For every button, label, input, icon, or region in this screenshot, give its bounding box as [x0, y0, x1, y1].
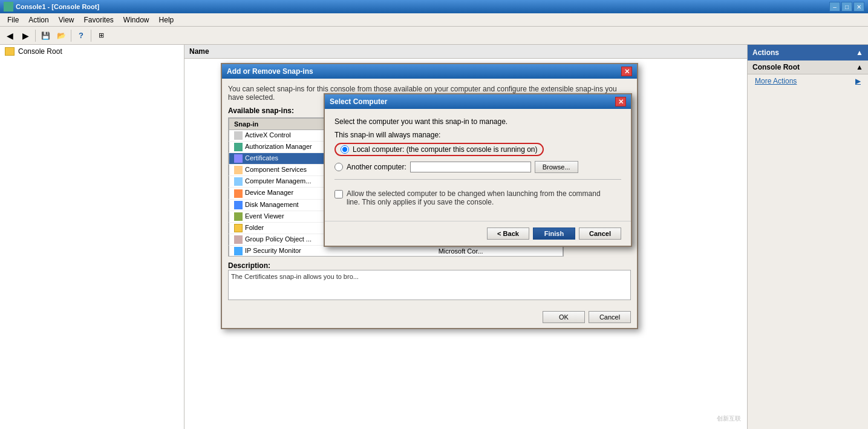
row-vendor: Microsoft Cor... — [434, 245, 563, 257]
column-name: Name — [189, 47, 209, 56]
actions-section-console-root: Console Root ▲ — [748, 61, 868, 74]
another-computer-radio[interactable] — [334, 163, 343, 171]
finish-button[interactable]: Finish — [533, 228, 575, 240]
select-computer-title-bar: Select Computer ✕ — [325, 94, 631, 109]
content-header: Name — [184, 45, 747, 59]
snapins-footer: OK Cancel — [222, 306, 637, 328]
toolbar-save[interactable]: 💾 — [38, 28, 53, 43]
checkbox-label: Allow the selected computer to be change… — [347, 189, 601, 206]
checkbox-row: Allow the selected computer to be change… — [334, 189, 621, 206]
toolbar-help[interactable]: ? — [74, 28, 88, 43]
select-computer-sub-prompt: This snap-in will always manage: — [334, 131, 621, 139]
snapins-cancel-button[interactable]: Cancel — [589, 311, 631, 323]
actions-panel: Actions ▲ Console Root ▲ More Actions ▶ — [747, 45, 868, 429]
close-button[interactable]: ✕ — [853, 2, 864, 11]
row-name: IP Security Monitor — [229, 245, 434, 257]
toolbar-open[interactable]: 📂 — [54, 28, 68, 43]
actions-title: Actions — [752, 48, 779, 57]
toolbar-back[interactable]: ◀ — [2, 28, 17, 43]
separator — [334, 179, 621, 180]
another-computer-label: Another computer: — [347, 163, 406, 171]
title-bar-text: Console1 - [Console Root] — [16, 3, 99, 10]
title-bar-controls: – □ ✕ — [829, 2, 864, 11]
minimize-button[interactable]: – — [829, 2, 840, 11]
snapins-title: Add or Remove Snap-ins — [227, 67, 313, 76]
main-container: Console Root Name There are no items to … — [0, 45, 868, 429]
toolbar-sep1 — [35, 30, 36, 42]
sidebar-item-label: Console Root — [18, 47, 62, 56]
browse-button[interactable]: Browse... — [535, 161, 578, 173]
menu-view[interactable]: View — [54, 15, 79, 25]
app-icon — [4, 2, 13, 11]
maximize-button[interactable]: □ — [841, 2, 852, 11]
sidebar: Console Root — [0, 45, 184, 429]
toolbar-properties[interactable]: ⊞ — [94, 28, 108, 43]
content-area: Name There are no items to show in this … — [184, 45, 747, 429]
sidebar-item-console-root[interactable]: Console Root — [0, 45, 184, 58]
select-computer-close-button[interactable]: ✕ — [615, 97, 626, 106]
menu-help[interactable]: Help — [154, 15, 179, 25]
select-computer-footer: < Back Finish Cancel — [325, 221, 631, 246]
folder-icon — [5, 47, 15, 56]
menu-action[interactable]: Action — [24, 15, 53, 25]
select-computer-title: Select Computer — [330, 97, 387, 106]
more-actions-item[interactable]: More Actions ▶ — [748, 74, 868, 88]
actions-header: Actions ▲ — [748, 45, 868, 61]
toolbar-sep2 — [71, 30, 71, 42]
watermark: 创新互联 — [717, 414, 741, 423]
toolbar: ◀ ▶ 💾 📂 ? ⊞ — [0, 27, 868, 45]
snapins-close-button[interactable]: ✕ — [621, 67, 632, 76]
dialog-overlay: Add or Remove Snap-ins ✕ You can select … — [184, 45, 747, 429]
menu-favorites[interactable]: Favorites — [79, 15, 119, 25]
back-button[interactable]: < Back — [487, 228, 529, 240]
another-computer-input[interactable] — [410, 162, 531, 172]
more-actions-label: More Actions — [755, 77, 797, 85]
local-computer-label: Local computer: (the computer this conso… — [353, 145, 538, 154]
local-computer-row: Local computer: (the computer this conso… — [334, 143, 621, 156]
table-row[interactable]: IP Security Monitor Microsoft Cor... — [229, 245, 563, 257]
toolbar-sep3 — [91, 30, 91, 42]
actions-section-expand-icon: ▲ — [856, 63, 863, 71]
title-bar: Console1 - [Console Root] – □ ✕ — [0, 0, 868, 13]
local-computer-highlight: Local computer: (the computer this conso… — [334, 143, 544, 156]
local-computer-radio[interactable] — [341, 145, 349, 154]
more-actions-arrow-icon: ▶ — [855, 77, 861, 85]
select-computer-prompt: Select the computer you want this snap-i… — [334, 117, 621, 126]
select-computer-body: Select the computer you want this snap-i… — [325, 109, 631, 215]
another-computer-row: Another computer: Browse... — [334, 161, 621, 173]
menu-window[interactable]: Window — [119, 15, 154, 25]
actions-section-label: Console Root — [752, 63, 800, 71]
description-text: The Certificates snap-in allows you to b… — [228, 270, 631, 300]
menu-file[interactable]: File — [2, 15, 24, 25]
cancel-button[interactable]: Cancel — [579, 228, 621, 240]
description-area: Description: The Certificates snap-in al… — [228, 261, 631, 300]
snapins-ok-button[interactable]: OK — [543, 311, 585, 323]
menu-bar: File Action View Favorites Window Help — [0, 13, 868, 27]
snapins-title-bar: Add or Remove Snap-ins ✕ — [222, 64, 637, 79]
allow-change-checkbox[interactable] — [334, 190, 343, 198]
dialog-select-computer: Select Computer ✕ Select the computer yo… — [324, 93, 632, 247]
actions-chevron-up: ▲ — [856, 48, 863, 57]
toolbar-forward[interactable]: ▶ — [18, 28, 33, 43]
description-label: Description: — [228, 261, 631, 270]
